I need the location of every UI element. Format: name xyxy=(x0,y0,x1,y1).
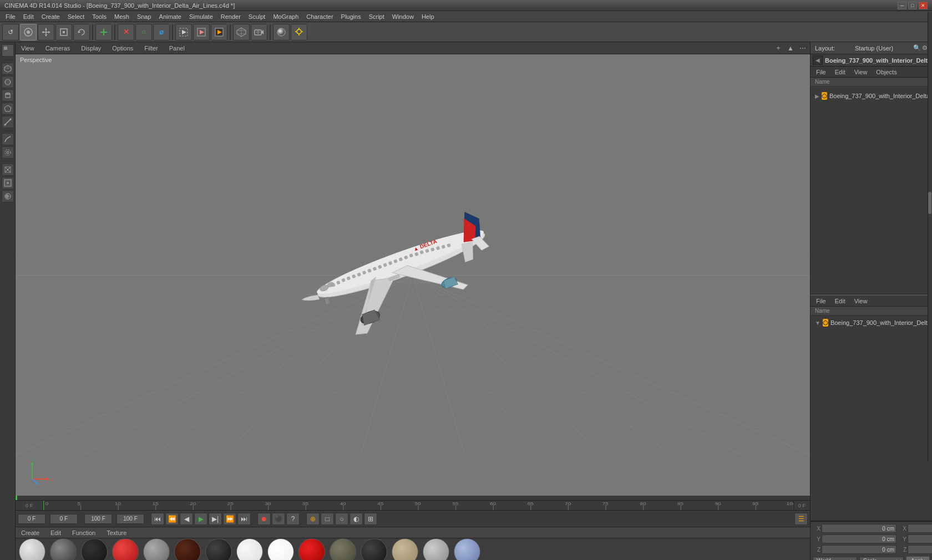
next-key-button[interactable]: ⏩ xyxy=(223,513,236,525)
material-plastics-bl-bluegray[interactable]: plastics_bl xyxy=(453,538,482,560)
mat-menu-edit[interactable]: Edit xyxy=(47,528,64,537)
camera-button[interactable] xyxy=(251,24,267,40)
menu-plugins[interactable]: Plugins xyxy=(338,12,364,21)
vp-menu-cameras[interactable]: Cameras xyxy=(42,44,74,53)
x-size-input[interactable] xyxy=(908,524,932,533)
record-button[interactable]: ⏺ xyxy=(257,513,271,525)
right-menu-edit[interactable]: Edit xyxy=(832,68,849,77)
material-text-glass[interactable]: text_glass xyxy=(297,538,326,560)
material-cseat-slot[interactable]: Cseat_Slot_ xyxy=(204,538,233,560)
material-iron[interactable]: iron xyxy=(328,538,357,560)
mat-menu-texture[interactable]: Texture xyxy=(103,528,130,537)
maximize-button[interactable]: □ xyxy=(908,2,917,9)
transform-mode-dropdown[interactable]: Scale xyxy=(859,557,904,561)
motion-path-button[interactable]: ◐ xyxy=(350,513,363,525)
menu-mesh[interactable]: Mesh xyxy=(111,12,133,21)
right-menu-view[interactable]: View xyxy=(851,68,871,77)
playback-end-input[interactable] xyxy=(116,514,144,524)
sphere-tool[interactable] xyxy=(2,76,14,88)
undo-button[interactable]: ↺ xyxy=(2,24,19,40)
material-plastics-bl-dark[interactable]: plastics_bl xyxy=(359,538,388,560)
next-frame-button[interactable]: ▶| xyxy=(209,513,222,525)
apply-button[interactable]: Apply xyxy=(906,556,930,560)
key-circle-button[interactable]: ○ xyxy=(335,513,348,525)
knife-tool[interactable] xyxy=(2,164,14,176)
key-all-button[interactable]: ⊕ xyxy=(306,513,320,525)
timeline-area[interactable]: 0 F xyxy=(16,500,810,510)
cylinder-tool[interactable] xyxy=(2,89,14,101)
current-frame-input[interactable] xyxy=(18,514,45,524)
perspective-button[interactable] xyxy=(233,24,250,40)
grid-button[interactable]: ⊞ xyxy=(364,513,377,525)
go-start-button[interactable]: ⏮ xyxy=(151,513,164,525)
x-pos-input[interactable] xyxy=(822,524,896,533)
gear-icon[interactable]: ⚙ xyxy=(922,44,928,52)
material-button[interactable] xyxy=(273,24,290,40)
y-size-input[interactable] xyxy=(908,534,932,543)
light-button[interactable] xyxy=(291,24,307,40)
select-tool-button[interactable] xyxy=(20,24,37,40)
prev-frame-button[interactable]: ◀ xyxy=(180,513,193,525)
render-region-button[interactable] xyxy=(175,24,192,40)
collapse-btn[interactable]: ◀ xyxy=(813,55,823,65)
brush-tool[interactable] xyxy=(2,146,14,159)
scale-tool-button[interactable] xyxy=(55,24,72,40)
auto-key-button[interactable]: ⚫ xyxy=(272,513,285,525)
play-button[interactable]: ▶ xyxy=(194,513,207,525)
vp-menu-options[interactable]: Options xyxy=(109,44,136,53)
menu-help[interactable]: Help xyxy=(418,12,438,21)
material-leatrer-red[interactable]: leatrer_red xyxy=(173,538,202,560)
y-pos-input[interactable] xyxy=(822,534,896,543)
z-axis-button[interactable]: ⌀ xyxy=(153,24,170,40)
polygon-tool[interactable] xyxy=(2,103,14,115)
menu-mograph[interactable]: MoGraph xyxy=(270,12,302,21)
line-tool[interactable] xyxy=(2,116,14,128)
paint-tool[interactable] xyxy=(2,177,14,189)
end-frame-input[interactable] xyxy=(84,514,112,524)
key-sel-button[interactable]: □ xyxy=(321,513,334,525)
move-tool-button[interactable] xyxy=(38,24,54,40)
bottom-menu-file[interactable]: File xyxy=(813,297,829,306)
tree-item-boeing-bottom[interactable]: ▼ Boeing_737_900_with_Interior_Delta_Air… xyxy=(813,318,930,328)
right-scrollbar[interactable] xyxy=(928,12,932,461)
material-plastics-re[interactable]: plastics_re xyxy=(111,538,140,560)
material-plastics-bl-gray[interactable]: plastics_bl xyxy=(142,538,171,560)
menu-snap[interactable]: Snap xyxy=(134,12,155,21)
render-view-button[interactable] xyxy=(193,24,210,40)
menu-script[interactable]: Script xyxy=(366,12,388,21)
go-end-button[interactable]: ⏭ xyxy=(237,513,251,525)
close-button[interactable]: ✕ xyxy=(919,2,928,9)
menu-file[interactable]: File xyxy=(2,12,19,21)
material-blight[interactable]: blight xyxy=(266,538,295,560)
x-axis-button[interactable]: ✕ xyxy=(118,24,134,40)
right-menu-objects[interactable]: Objects xyxy=(873,68,900,77)
material-body-cente[interactable]: body_cente xyxy=(18,538,47,560)
viewport-add-icon[interactable]: + xyxy=(773,43,783,53)
add-object-button[interactable] xyxy=(95,24,112,40)
menu-select[interactable]: Select xyxy=(64,12,88,21)
cube-tool[interactable] xyxy=(2,63,14,75)
vp-menu-display[interactable]: Display xyxy=(78,44,104,53)
material-tool[interactable] xyxy=(2,190,14,202)
menu-create[interactable]: Create xyxy=(38,12,63,21)
viewport-up-icon[interactable]: ▲ xyxy=(786,43,796,53)
curve-tool[interactable] xyxy=(2,133,14,145)
bottom-menu-edit[interactable]: Edit xyxy=(832,297,849,306)
vp-menu-filter[interactable]: Filter xyxy=(141,44,161,53)
coord-system-dropdown[interactable]: World xyxy=(813,557,857,561)
search-icon[interactable]: 🔍 xyxy=(913,44,921,52)
material-plastics[interactable]: plastics xyxy=(422,538,450,560)
menu-animate[interactable]: Animate xyxy=(156,12,185,21)
z-size-input[interactable] xyxy=(908,545,932,554)
viewport[interactable]: Perspective xyxy=(16,54,810,496)
question-button[interactable]: ? xyxy=(286,513,300,525)
vp-menu-panel[interactable]: Panel xyxy=(166,44,188,53)
vp-menu-view[interactable]: View xyxy=(18,44,38,53)
minimize-button[interactable]: ─ xyxy=(898,2,906,9)
frame-input-2[interactable] xyxy=(50,514,78,524)
tree-item-boeing[interactable]: ▶ Boeing_737_900_with_Interior_Delta_Air… xyxy=(813,91,930,101)
material-plastics-da[interactable]: plastics_da xyxy=(80,538,109,560)
menu-render[interactable]: Render xyxy=(217,12,244,21)
material-iron-cocpit[interactable]: iron_cocpit xyxy=(49,538,78,560)
right-menu-file[interactable]: File xyxy=(813,68,829,77)
